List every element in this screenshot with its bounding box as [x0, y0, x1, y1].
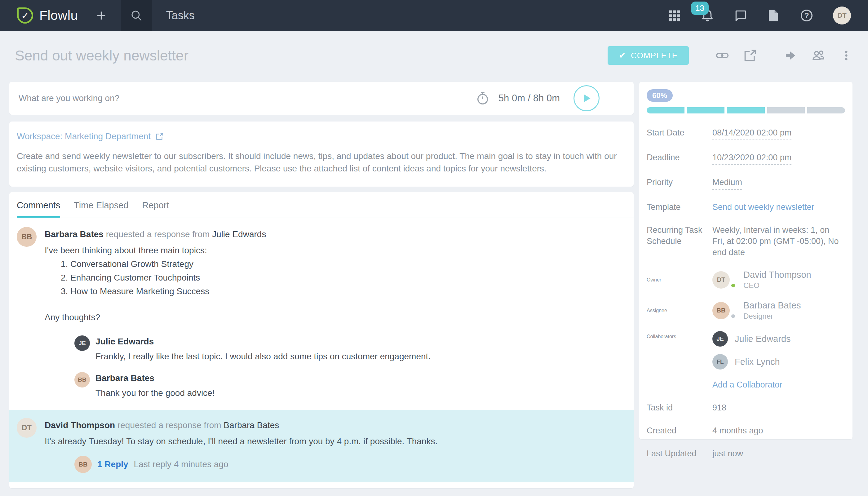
help-glyph: ? [804, 11, 809, 20]
avatar: FL [712, 354, 728, 370]
progress-segment [767, 107, 805, 113]
list-item: 2. Enhancing Customer Touchpoints [61, 271, 626, 284]
tab-bar: Comments Time Elapsed Report [9, 192, 634, 218]
progress-segment [687, 107, 725, 113]
comment-target[interactable]: Julie Edwards [212, 229, 266, 239]
owner-person[interactable]: DT David Thompson CEO [712, 270, 811, 290]
reply-text: Frankly, I really like the last topic. I… [95, 350, 431, 363]
avatar[interactable]: BB [17, 227, 36, 247]
task-details-sidebar: 60% Start Date 08/14/2020 02:00 pm Deadl… [639, 82, 852, 439]
time-spent-vs-estimate: 5h 0m / 8h 0m [498, 93, 560, 104]
field-owner: Owner DT David Thompson CEO [647, 270, 845, 290]
reply-count-link[interactable]: 1 Reply [97, 458, 128, 470]
flowlu-logo-icon: ✓ [17, 7, 33, 24]
created-value: 4 months ago [712, 425, 763, 436]
current-page-label: Tasks [166, 9, 195, 22]
tab-time-elapsed[interactable]: Time Elapsed [74, 200, 128, 218]
field-assignee: Assignee BB Barbara Bates Designer [647, 300, 845, 321]
brand[interactable]: ✓ Flowlu [0, 7, 78, 24]
avatar[interactable]: JE [74, 336, 90, 351]
field-collaborators: Collaborators JE Julie Edwards FL Felix … [647, 331, 845, 370]
avatar[interactable]: BB [74, 456, 92, 473]
workspace-link[interactable]: Workspace: Marketing Department [17, 131, 164, 141]
collaborator-name: Julie Edwards [735, 334, 791, 344]
comment-reply: BB Barbara Bates Thank you for the good … [74, 372, 626, 399]
top-navbar: ✓ Flowlu + Tasks 13 ? DT [0, 0, 868, 31]
chat-icon[interactable] [734, 9, 747, 22]
user-avatar[interactable]: DT [833, 6, 851, 25]
field-last-updated: Last Updated just now [647, 448, 845, 459]
tab-report[interactable]: Report [142, 200, 169, 218]
online-status-dot [730, 283, 736, 288]
comment-author[interactable]: David Thompson [45, 420, 115, 430]
comment-text: I've been thinking about three main topi… [45, 244, 626, 257]
check-icon: ✔ [619, 51, 626, 60]
progress-segment [647, 107, 684, 113]
reply-text: Thank you for the good advice! [95, 387, 215, 399]
progress-percent-badge: 60% [647, 89, 673, 102]
avatar: DT [712, 271, 730, 289]
field-task-id: Task id 918 [647, 402, 845, 413]
search-icon [130, 9, 143, 22]
offline-status-dot [730, 313, 736, 319]
deadline-value[interactable]: 10/23/2020 02:00 pm [712, 152, 791, 165]
play-icon [581, 93, 592, 104]
add-collaborator-link[interactable]: Add a Collaborator [712, 380, 782, 389]
task-description-card: Workspace: Marketing Department Create a… [9, 122, 634, 187]
assignee-role: Designer [743, 312, 801, 321]
collaborator-name: Felix Lynch [735, 357, 780, 367]
progress-segment [807, 107, 845, 113]
comment-author[interactable]: Barbara Bates [45, 229, 104, 239]
comment-text: It's already Tuesday! To stay on schedul… [45, 435, 626, 448]
notifications-bell-icon[interactable]: 13 [700, 9, 715, 22]
field-priority: Priority Medium [647, 177, 845, 190]
assignee-name: Barbara Bates [743, 300, 801, 311]
collaborator-person[interactable]: JE Julie Edwards [712, 331, 791, 346]
comment-target[interactable]: Barbara Bates [223, 420, 279, 430]
notification-count-badge: 13 [691, 2, 709, 15]
brand-name: Flowlu [40, 8, 78, 23]
field-start-date: Start Date 08/14/2020 02:00 pm [647, 127, 845, 140]
external-link-icon [156, 133, 164, 140]
comment-list: 1. Conversational Growth Strategy 2. Enh… [45, 257, 626, 298]
stopwatch-icon [476, 91, 490, 105]
avatar[interactable]: DT [17, 418, 36, 438]
add-icon[interactable]: + [96, 7, 106, 24]
documents-icon[interactable] [766, 9, 780, 22]
apps-grid-icon[interactable] [667, 9, 681, 22]
help-icon[interactable]: ? [800, 9, 814, 22]
assignee-person[interactable]: BB Barbara Bates Designer [712, 300, 801, 321]
page-header: Send out weekly newsletter ✔ COMPLETE [9, 42, 852, 69]
copy-link-icon[interactable] [715, 49, 729, 62]
timer-card: 5h 0m / 8h 0m [9, 82, 634, 115]
comments-card: Comments Time Elapsed Report BB Barbara … [9, 192, 634, 488]
comment-text: Any thoughts? [45, 311, 626, 324]
owner-name: David Thompson [743, 270, 811, 280]
recurring-schedule-value: Weekly, Interval in weeks: 1, on Fri, at… [712, 224, 842, 258]
owner-role: CEO [743, 281, 811, 290]
timer-task-input[interactable] [19, 93, 466, 103]
page-title: Send out weekly newsletter [15, 47, 188, 64]
start-timer-button[interactable] [574, 85, 600, 111]
field-template: Template Send out weekly newsletter [647, 202, 845, 213]
people-icon[interactable] [811, 48, 826, 63]
priority-value[interactable]: Medium [712, 177, 742, 190]
template-link[interactable]: Send out weekly newsletter [712, 202, 815, 213]
highlighted-comment-thread: DT David Thompson requested a response f… [9, 410, 634, 482]
avatar[interactable]: BB [74, 372, 90, 388]
open-in-new-icon[interactable] [743, 49, 757, 62]
progress-segment [727, 107, 765, 113]
start-date-value[interactable]: 08/14/2020 02:00 pm [712, 127, 791, 140]
more-options-kebab-icon[interactable] [840, 49, 852, 62]
reply-author[interactable]: Julie Edwards [95, 336, 431, 348]
tab-comments[interactable]: Comments [17, 200, 60, 218]
reply-author[interactable]: Barbara Bates [95, 372, 215, 384]
search-button[interactable] [121, 0, 152, 31]
collaborator-person[interactable]: FL Felix Lynch [712, 354, 791, 370]
avatar: BB [712, 302, 730, 319]
complete-button[interactable]: ✔ COMPLETE [608, 46, 689, 65]
avatar: JE [712, 331, 728, 346]
forward-arrow-icon[interactable] [784, 49, 797, 62]
last-updated-value: just now [712, 448, 743, 459]
progress-bar[interactable] [647, 107, 845, 113]
